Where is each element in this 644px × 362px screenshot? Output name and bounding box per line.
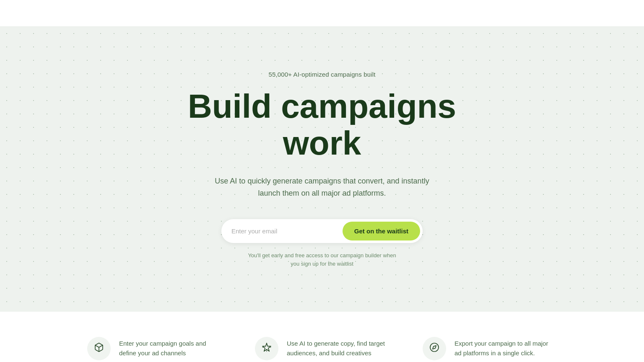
hero-title-line1: Build campaigns bbox=[188, 88, 456, 125]
feature-icon-wrap-3 bbox=[423, 337, 446, 360]
email-input[interactable] bbox=[231, 224, 343, 238]
hero-title-line2: work bbox=[283, 124, 361, 162]
feature-item-2: Use AI to generate copy, find target aud… bbox=[255, 337, 389, 360]
compass-icon bbox=[429, 342, 439, 355]
email-form: Get on the waitlist bbox=[221, 219, 423, 243]
hero-subtitle: Use AI to quickly generate campaigns tha… bbox=[213, 175, 431, 199]
feature-text-2: Use AI to generate copy, find target aud… bbox=[287, 337, 389, 358]
feature-text-3: Export your campaign to all major ad pla… bbox=[454, 337, 557, 358]
waitlist-button[interactable]: Get on the waitlist bbox=[343, 222, 420, 240]
features-section: Enter your campaign goals and define you… bbox=[0, 312, 644, 362]
hero-title: Build campaigns work bbox=[188, 88, 456, 162]
hero-section: 55,000+ AI-optimized campaigns built Bui… bbox=[0, 27, 644, 312]
svg-point-1 bbox=[430, 343, 439, 352]
box-icon bbox=[94, 342, 104, 355]
feature-icon-wrap-1 bbox=[87, 337, 111, 360]
feature-icon-wrap-2 bbox=[255, 337, 278, 360]
navbar bbox=[0, 0, 644, 27]
svg-marker-2 bbox=[433, 346, 436, 349]
feature-item-1: Enter your campaign goals and define you… bbox=[87, 337, 221, 360]
form-note: You'll get early and free access to our … bbox=[247, 251, 397, 268]
feature-text-1: Enter your campaign goals and define you… bbox=[119, 337, 221, 358]
sparkle-icon bbox=[262, 342, 272, 355]
hero-eyebrow: 55,000+ AI-optimized campaigns built bbox=[268, 71, 375, 78]
feature-item-3: Export your campaign to all major ad pla… bbox=[423, 337, 557, 360]
